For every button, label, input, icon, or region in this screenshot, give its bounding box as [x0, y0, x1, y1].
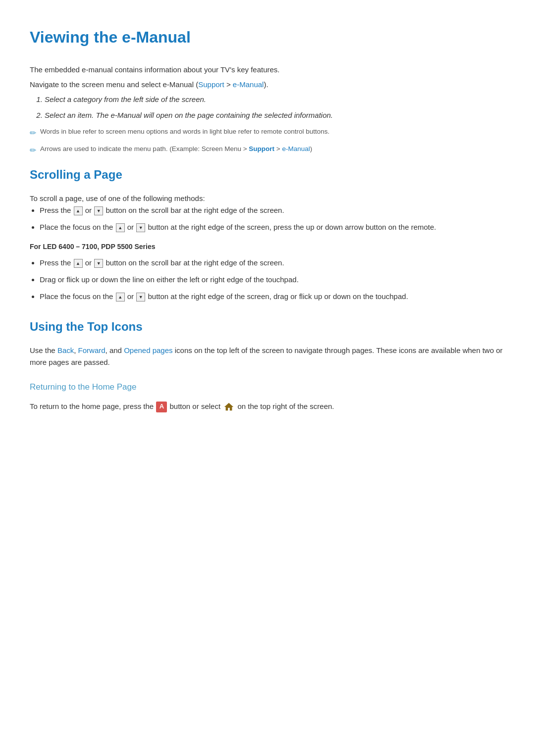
intro-close-paren: ).	[264, 80, 268, 89]
down-arrow-btn-3: ▼	[94, 259, 103, 268]
returning-subsection: Returning to the Home Page To return to …	[30, 380, 505, 412]
comma2: , and	[106, 346, 124, 354]
a-button-icon: A	[156, 402, 167, 412]
note-icon-2: ✏	[30, 144, 36, 157]
scroll-b2-post: button at the right edge of the screen, …	[148, 223, 436, 231]
scroll-b1-pre: Press the	[40, 206, 73, 214]
note-1: ✏ Words in blue refer to screen menu opt…	[30, 126, 505, 140]
note-2: ✏ Arrows are used to indicate the menu p…	[30, 144, 505, 157]
note-icon-1: ✏	[30, 127, 36, 140]
led-b1-pre: Press the	[40, 258, 73, 267]
top-icons-pre: Use the	[30, 346, 57, 354]
emanual-link: e-Manual	[233, 80, 264, 89]
led-b3-post: button at the right edge of the screen, …	[148, 292, 408, 301]
returning-mid: button or select	[170, 402, 223, 410]
arrow-separator: >	[224, 80, 233, 89]
note-text-1: Words in blue refer to screen menu optio…	[40, 126, 329, 137]
steps-list: Select a category from the left side of …	[45, 94, 505, 121]
up-arrow-btn-3: ▲	[74, 259, 83, 268]
forward-link: Forward	[78, 346, 106, 354]
scroll-b2-or: or	[127, 223, 136, 231]
opened-link: Opened pages	[124, 346, 172, 354]
up-arrow-btn-2: ▲	[116, 223, 125, 232]
led-b2-text: Drag or flick up or down the line on eit…	[40, 275, 299, 284]
home-icon	[223, 402, 234, 412]
scroll-b1-or: or	[85, 206, 94, 214]
led-bullet-2: Drag or flick up or down the line on eit…	[40, 274, 505, 286]
scroll-b2-pre: Place the focus on the	[40, 223, 115, 231]
scrolling-title: Scrolling a Page	[30, 165, 505, 184]
scroll-bullet-2: Place the focus on the ▲ or ▼ button at …	[40, 221, 505, 233]
scrolling-bullets: Press the ▲ or ▼ button on the scroll ba…	[40, 204, 505, 233]
scroll-bullet-1: Press the ▲ or ▼ button on the scroll ba…	[40, 204, 505, 216]
back-link: Back	[57, 346, 74, 354]
comma1: ,	[74, 346, 78, 354]
top-icons-intro: Use the Back, Forward, and Opened pages …	[30, 345, 505, 368]
returning-text: To return to the home page, press the A …	[30, 401, 505, 412]
returning-post: on the top right of the screen.	[237, 402, 334, 410]
top-icons-section: Using the Top Icons Use the Back, Forwar…	[30, 317, 505, 412]
led-b3-or: or	[127, 292, 136, 301]
scroll-b1-post: button on the scroll bar at the right ed…	[106, 206, 284, 214]
step-2: Select an item. The e-Manual will open o…	[45, 109, 505, 121]
led-subsection-label: For LED 6400 – 7100, PDP 5500 Series	[30, 241, 505, 252]
led-b3-pre: Place the focus on the	[40, 292, 115, 301]
up-arrow-btn-1: ▲	[74, 206, 83, 215]
note-text-2: Arrows are used to indicate the menu pat…	[40, 144, 312, 154]
led-bullet-1: Press the ▲ or ▼ button on the scroll ba…	[40, 257, 505, 269]
down-arrow-btn-1: ▼	[94, 206, 103, 215]
step-1: Select a category from the left side of …	[45, 94, 505, 105]
led-bullet-3: Place the focus on the ▲ or ▼ button at …	[40, 291, 505, 302]
scrolling-section: Scrolling a Page To scroll a page, use o…	[30, 165, 505, 302]
intro-line1: The embedded e-manual contains informati…	[30, 64, 505, 76]
scrolling-intro: To scroll a page, use of one of the foll…	[30, 193, 505, 204]
led-b1-or: or	[85, 258, 94, 267]
intro-block: The embedded e-manual contains informati…	[30, 64, 505, 156]
page-title: Viewing the e-Manual	[30, 25, 505, 50]
returning-pre: To return to the home page, press the	[30, 402, 156, 410]
top-icons-title: Using the Top Icons	[30, 317, 505, 336]
led-b1-post: button on the scroll bar at the right ed…	[106, 258, 284, 267]
led-bullets: Press the ▲ or ▼ button on the scroll ba…	[40, 257, 505, 302]
support-link: Support	[198, 80, 224, 89]
returning-subtitle: Returning to the Home Page	[30, 380, 505, 394]
intro-navigate-text: Navigate to the screen menu and select e…	[30, 80, 198, 89]
intro-line2: Navigate to the screen menu and select e…	[30, 79, 505, 91]
down-arrow-btn-2: ▼	[136, 223, 145, 232]
up-arrow-btn-4: ▲	[116, 293, 125, 302]
down-arrow-btn-4: ▼	[136, 293, 145, 302]
